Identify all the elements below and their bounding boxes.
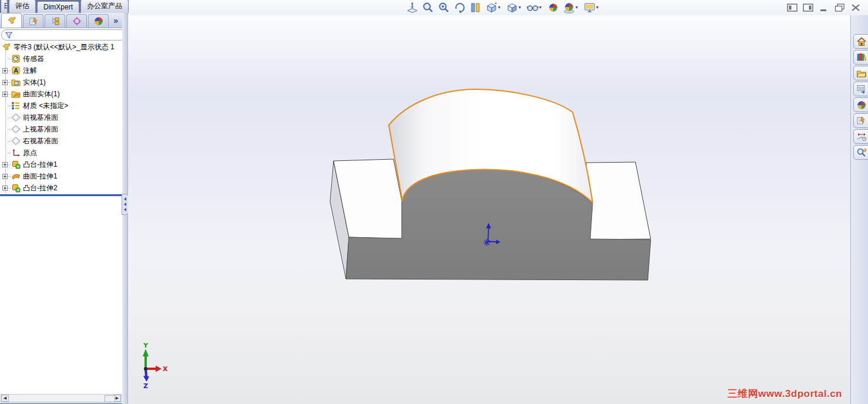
- panel-divider[interactable]: [122, 13, 128, 404]
- plane-icon: [11, 136, 21, 146]
- command-tab-fragment[interactable]: 日: [1, 0, 8, 13]
- material-icon: [11, 101, 21, 110]
- tree-item-label: 曲面-拉伸1: [23, 171, 58, 181]
- taskpane-tab-view-palette[interactable]: [853, 82, 868, 96]
- tree-item[interactable]: 凸台-拉伸1: [0, 159, 122, 170]
- tree-connector: [8, 117, 11, 118]
- rollback-bar[interactable]: [0, 194, 122, 196]
- tree-filter-input[interactable]: [1, 29, 126, 41]
- tree-item[interactable]: 曲面实体(1): [0, 88, 122, 100]
- collapse-arrow-icon: [124, 208, 126, 211]
- hud-apply-scene-button[interactable]: [562, 1, 581, 15]
- expander-icon[interactable]: [2, 80, 8, 85]
- hud-zoom-to-area-button[interactable]: [421, 1, 435, 15]
- tree-connector: [8, 94, 11, 95]
- manager-tab-propertymanager[interactable]: [23, 14, 43, 28]
- minimize-button[interactable]: [819, 4, 829, 14]
- dropdown-caret-icon[interactable]: [519, 5, 523, 10]
- plane-icon: [11, 124, 21, 134]
- expander-icon[interactable]: [2, 68, 8, 73]
- taskpane-tab-design-library[interactable]: [853, 50, 868, 65]
- origin-icon: [11, 148, 21, 157]
- expander-icon[interactable]: [2, 162, 8, 167]
- manager-tab-dimxpertmanager[interactable]: [66, 14, 87, 28]
- tree-item-label: 前视基准面: [23, 113, 58, 123]
- restore-button[interactable]: [835, 4, 845, 14]
- tree-item[interactable]: 前视基准面: [0, 112, 122, 123]
- hud-section-view-button[interactable]: [469, 1, 483, 15]
- part-icon: [2, 42, 11, 52]
- dropdown-caret-icon[interactable]: [576, 5, 580, 10]
- command-tab[interactable]: 评估: [9, 0, 36, 13]
- dropdown-caret-icon[interactable]: [539, 5, 544, 10]
- scroll-left-button[interactable]: ◀: [1, 395, 9, 402]
- tree-item[interactable]: 零件3 (默认<<默认>_显示状态 1: [0, 41, 122, 53]
- sensors-icon: [11, 54, 21, 63]
- tree-item[interactable]: 实体(1): [0, 76, 122, 88]
- pane-left-button[interactable]: [787, 4, 798, 14]
- appearances-icon: [856, 100, 867, 110]
- command-tab[interactable]: 办公室产品: [80, 0, 129, 13]
- svg-text:A: A: [14, 68, 18, 74]
- taskpane-tab-custom-properties[interactable]: [853, 113, 868, 128]
- scrollbar-thumb[interactable]: [105, 395, 115, 402]
- resources-home-icon: [856, 36, 867, 47]
- manager-tab-configurationmanager[interactable]: [45, 14, 65, 28]
- triad-z-label: Z: [143, 382, 148, 390]
- graphics-viewport[interactable]: Y X Z 三维网www.3dportal.cn: [128, 15, 850, 404]
- view-reference-triad: Y X Z: [143, 342, 168, 390]
- pane-right-button[interactable]: [803, 4, 813, 14]
- configurationmanager-icon: [51, 16, 60, 26]
- tree-item[interactable]: 曲面-拉伸1: [0, 170, 122, 182]
- custom-properties-icon: [856, 116, 867, 126]
- right-block-top-face[interactable]: [586, 162, 651, 240]
- hud-zoom-in-out-button[interactable]: [437, 1, 451, 15]
- dropdown-caret-icon[interactable]: [596, 5, 601, 10]
- tree-connector: [8, 141, 11, 142]
- boss-extrude-icon: [11, 160, 21, 169]
- taskpane-tab-dimension-tools[interactable]: [853, 129, 868, 144]
- view-palette-icon: [856, 84, 867, 95]
- hud-display-style-button[interactable]: [505, 1, 524, 15]
- hud-view-settings-button[interactable]: [583, 1, 601, 15]
- hud-view-orientation-button[interactable]: [485, 1, 503, 15]
- tree-item-label: 原点: [23, 148, 37, 158]
- tree-horizontal-scrollbar[interactable]: ◀ ▶: [1, 394, 122, 402]
- expander-icon[interactable]: [2, 174, 8, 179]
- tree-item[interactable]: 右视基准面: [0, 135, 122, 147]
- expander-icon[interactable]: [2, 92, 8, 97]
- tree-item[interactable]: 凸台-拉伸2: [0, 182, 122, 194]
- triad-y-label: Y: [143, 342, 149, 349]
- tree-item[interactable]: A注解: [0, 65, 122, 76]
- taskpane-tab-file-explorer[interactable]: [853, 66, 868, 80]
- display-style-icon: [506, 1, 519, 14]
- section-view-icon: [469, 1, 482, 14]
- expander-icon[interactable]: [2, 186, 8, 191]
- tree-item-label: 凸台-拉伸1: [23, 160, 58, 170]
- tree-item[interactable]: 传感器: [0, 53, 122, 65]
- tree-connector: [8, 59, 11, 59]
- dimension-tools-icon: [856, 132, 867, 142]
- tree-item[interactable]: 材质 <未指定>: [0, 100, 122, 112]
- tree-item-label: 实体(1): [23, 78, 46, 87]
- collapse-arrow-icon: [124, 197, 126, 201]
- tree-item[interactable]: 上视基准面: [0, 123, 122, 135]
- manager-tab-displaymanager[interactable]: [88, 14, 109, 28]
- taskpane-tab-search-tools[interactable]: [853, 145, 868, 160]
- manager-tab-featuremanager[interactable]: [1, 13, 22, 28]
- close-button[interactable]: [850, 4, 861, 14]
- taskpane-tab-appearances[interactable]: [853, 97, 868, 112]
- tree-item-label: 凸台-拉伸2: [23, 183, 58, 193]
- hud-hide-show-items-button[interactable]: [526, 1, 544, 15]
- dropdown-caret-icon[interactable]: [498, 5, 503, 10]
- close-icon: [850, 4, 861, 12]
- pane-right-icon: [803, 4, 813, 12]
- command-tab[interactable]: DimXpert: [37, 1, 79, 13]
- hud-rotate-view-button[interactable]: [453, 1, 467, 15]
- manager-tabs-overflow[interactable]: »: [113, 16, 118, 25]
- hud-zoom-to-fit-button[interactable]: [405, 1, 419, 15]
- tree-item[interactable]: 原点: [0, 147, 122, 159]
- taskpane-tab-resources-home[interactable]: [853, 34, 868, 49]
- hud-edit-appearance-button[interactable]: [546, 1, 560, 15]
- zoom-to-area-icon: [422, 1, 435, 14]
